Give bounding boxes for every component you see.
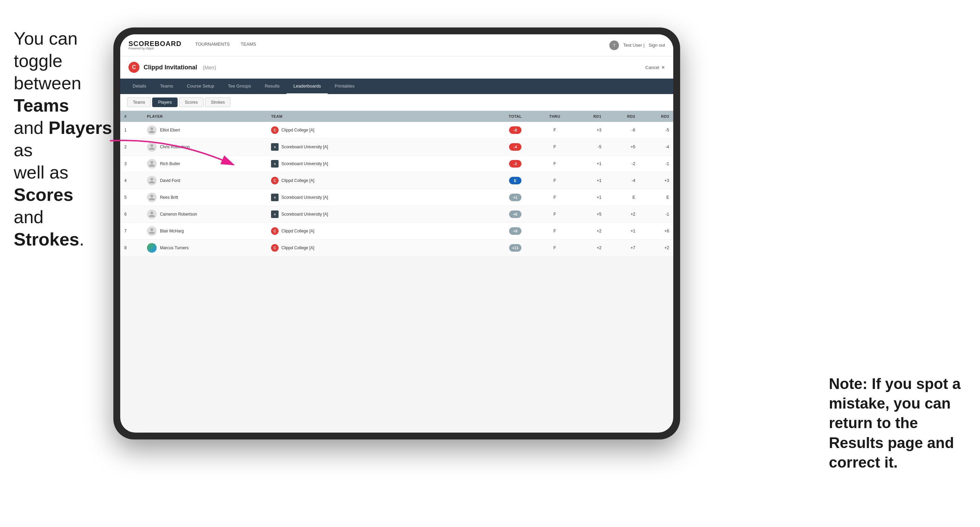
- player-name: David Ford: [160, 178, 180, 183]
- score-badge: +6: [509, 210, 522, 218]
- rd1-cell: +2: [571, 240, 606, 256]
- player-avatar: [147, 159, 157, 168]
- col-rank: #: [120, 111, 143, 122]
- rank-cell: 1: [120, 122, 143, 139]
- player-name: Rees Britt: [160, 195, 178, 200]
- total-cell: +1: [493, 189, 538, 206]
- team-cell: C Clippd College [A]: [267, 122, 493, 139]
- rd3-cell: -5: [639, 122, 673, 139]
- score-badge: +9: [509, 227, 522, 235]
- player-avatar: [147, 125, 157, 135]
- player-cell: David Ford: [143, 172, 267, 189]
- player-cell: Rich Butler: [143, 156, 267, 172]
- player-cell: Blair McHarg: [143, 223, 267, 240]
- rd1-cell: -5: [571, 139, 606, 156]
- thru-cell: F: [538, 240, 572, 256]
- cancel-button[interactable]: Cancel ✕: [646, 65, 665, 70]
- tab-teams[interactable]: Teams: [153, 79, 180, 94]
- player-name: Chris Robertson: [160, 144, 190, 149]
- rank-cell: 5: [120, 189, 143, 206]
- right-annotation: Note: If you spot a mistake, you can ret…: [829, 374, 966, 472]
- rd2-cell: +7: [606, 240, 640, 256]
- player-cell: Cameron Robertson: [143, 206, 267, 223]
- bold-players: Players: [48, 118, 112, 138]
- col-rd1: RD1: [571, 111, 606, 122]
- team-cell: C Clippd College [A]: [267, 223, 493, 240]
- team-icon-clippd: C: [271, 177, 278, 184]
- nav-teams[interactable]: TEAMS: [241, 41, 256, 49]
- logo-main-text: SCOREBOARD: [129, 40, 181, 47]
- main-nav: TOURNAMENTS TEAMS: [195, 41, 256, 49]
- col-rd2: RD2: [606, 111, 640, 122]
- tab-printables[interactable]: Printables: [328, 79, 361, 94]
- player-avatar: [147, 193, 157, 202]
- player-cell: Rees Britt: [143, 189, 267, 206]
- tab-leaderboards[interactable]: Leaderboards: [286, 79, 328, 94]
- tab-details[interactable]: Details: [126, 79, 153, 94]
- player-avatar: [147, 226, 157, 236]
- leaderboard-table: # PLAYER TEAM TOTAL THRU RD1 RD2 RD3 1: [120, 111, 673, 256]
- leaderboard-table-wrapper: # PLAYER TEAM TOTAL THRU RD1 RD2 RD3 1: [120, 111, 673, 256]
- team-icon-scoreboard: S: [271, 143, 278, 151]
- col-team: TEAM: [267, 111, 493, 122]
- app-header: SCOREBOARD Powered by clippd TOURNAMENTS…: [120, 34, 673, 56]
- sub-tab-strokes[interactable]: Strokes: [205, 97, 231, 107]
- team-name: Scoreboard University [A]: [281, 212, 328, 217]
- player-avatar: [147, 243, 157, 253]
- table-row: 4 David Ford C Clippd College [A] E F +1…: [120, 172, 673, 189]
- tab-course-setup[interactable]: Course Setup: [180, 79, 221, 94]
- left-annotation: You can toggle between Teams and Players…: [14, 27, 113, 251]
- player-name: Elliot Ebert: [160, 128, 180, 133]
- total-cell: -4: [493, 139, 538, 156]
- thru-cell: F: [538, 156, 572, 172]
- rd2-cell: -4: [606, 172, 640, 189]
- team-cell: S Scoreboard University [A]: [267, 139, 493, 156]
- col-rd3: RD3: [639, 111, 673, 122]
- col-player: PLAYER: [143, 111, 267, 122]
- note-label: Note: If you spot a mistake, you can ret…: [829, 375, 961, 471]
- col-total: TOTAL: [493, 111, 538, 122]
- rd3-cell: +6: [639, 223, 673, 240]
- score-badge: -4: [509, 143, 522, 151]
- score-badge: -8: [509, 126, 522, 134]
- score-badge: -2: [509, 160, 522, 168]
- rd1-cell: +2: [571, 223, 606, 240]
- main-tabs: Details Teams Course Setup Tee Groups Re…: [120, 79, 673, 94]
- sub-tab-players[interactable]: Players: [152, 97, 178, 107]
- table-row: 6 Cameron Robertson S Scoreboard Univers…: [120, 206, 673, 223]
- table-header: # PLAYER TEAM TOTAL THRU RD1 RD2 RD3: [120, 111, 673, 122]
- sub-tabs-bar: Teams Players Scores Strokes: [120, 94, 673, 111]
- tab-tee-groups[interactable]: Tee Groups: [221, 79, 258, 94]
- rd2-cell: -6: [606, 122, 640, 139]
- rd3-cell: E: [639, 189, 673, 206]
- team-icon-scoreboard: S: [271, 210, 278, 218]
- player-cell: Chris Robertson: [143, 139, 267, 156]
- thru-cell: F: [538, 172, 572, 189]
- team-cell: S Scoreboard University [A]: [267, 156, 493, 172]
- sign-out-link[interactable]: Sign out: [649, 43, 665, 48]
- total-cell: +9: [493, 223, 538, 240]
- total-cell: -8: [493, 122, 538, 139]
- rank-cell: 4: [120, 172, 143, 189]
- table-row: 5 Rees Britt S Scoreboard University [A]…: [120, 189, 673, 206]
- rank-cell: 7: [120, 223, 143, 240]
- scoreboard-logo: SCOREBOARD Powered by clippd: [129, 40, 181, 50]
- rd1-cell: +1: [571, 156, 606, 172]
- rd2-cell: E: [606, 189, 640, 206]
- sub-tab-teams[interactable]: Teams: [127, 97, 151, 107]
- team-name: Scoreboard University [A]: [281, 144, 328, 149]
- tab-results[interactable]: Results: [258, 79, 286, 94]
- thru-cell: F: [538, 139, 572, 156]
- rd1-cell: +1: [571, 189, 606, 206]
- bold-strokes: Strokes: [14, 229, 80, 249]
- thru-cell: F: [538, 206, 572, 223]
- team-icon-clippd: C: [271, 244, 278, 252]
- score-badge: E: [509, 177, 522, 184]
- team-icon-scoreboard: S: [271, 194, 278, 201]
- nav-tournaments[interactable]: TOURNAMENTS: [195, 41, 229, 49]
- col-thru: THRU: [538, 111, 572, 122]
- table-row: 1 Elliot Ebert C Clippd College [A] -8 F…: [120, 122, 673, 139]
- sub-tab-scores[interactable]: Scores: [179, 97, 204, 107]
- rd1-cell: +5: [571, 206, 606, 223]
- logo-sub-text: Powered by clippd: [129, 47, 181, 50]
